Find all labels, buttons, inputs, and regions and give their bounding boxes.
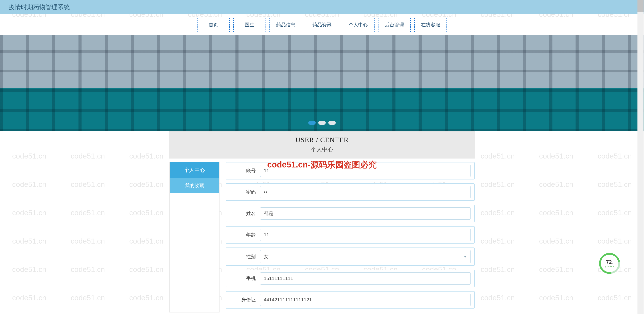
- form-row-2: 姓名: [226, 205, 474, 222]
- section-title-zh: 个人中心: [170, 146, 474, 153]
- form-label: 手机: [230, 275, 256, 282]
- form-row-4: 性别女▾: [226, 248, 474, 266]
- carousel-dot-0[interactable]: [308, 121, 316, 125]
- 姓名-input[interactable]: [260, 207, 471, 220]
- nav-item-0[interactable]: 首页: [197, 18, 230, 32]
- gender-select[interactable]: 女▾: [260, 250, 471, 263]
- nav-item-1[interactable]: 医生: [233, 18, 266, 32]
- form-label: 姓名: [230, 210, 256, 217]
- sidebar-item-1[interactable]: 我的收藏: [170, 178, 219, 193]
- 手机-input[interactable]: [260, 272, 471, 284]
- form-label: 年龄: [230, 232, 256, 238]
- section-head: USER / CENTER 个人中心: [170, 131, 474, 158]
- speed-percent: 72%: [605, 259, 614, 265]
- nav-item-3[interactable]: 药品资讯: [306, 18, 338, 32]
- carousel-dots: [308, 121, 336, 125]
- overlay-watermark-text: code51.cn-源码乐园盗图必究: [267, 159, 377, 170]
- section-title-en: USER / CENTER: [170, 136, 474, 144]
- 密码-input[interactable]: [260, 186, 471, 198]
- speed-rate: ↑ 448K/s: [605, 265, 614, 268]
- form-row-3: 年龄: [226, 226, 474, 244]
- nav-item-5[interactable]: 后台管理: [378, 18, 411, 32]
- 年龄-input[interactable]: [260, 229, 471, 241]
- form-label: 密码: [230, 189, 256, 196]
- form-row-5: 手机: [226, 270, 474, 287]
- carousel-dot-1[interactable]: [318, 121, 326, 125]
- nav-item-4[interactable]: 个人中心: [342, 18, 374, 32]
- form-row-6: 身份证: [226, 291, 474, 308]
- nav-item-2[interactable]: 药品信息: [270, 18, 302, 32]
- content: USER / CENTER 个人中心 个人中心我的收藏 账号密码姓名年龄性别女▾…: [170, 131, 474, 312]
- sidebar-item-0[interactable]: 个人中心: [170, 162, 219, 178]
- chevron-down-icon: ▾: [464, 254, 466, 259]
- carousel-dot-2[interactable]: [328, 121, 336, 125]
- nav: 首页医生药品信息药品资讯个人中心后台管理在线客服: [0, 14, 644, 35]
- hero-banner: [0, 35, 644, 131]
- sidebar: 个人中心我的收藏: [170, 162, 220, 312]
- form-area: 账号密码姓名年龄性别女▾手机身份证: [226, 162, 474, 312]
- form-row-1: 密码: [226, 184, 474, 201]
- speed-badge: 72% ↑ 448K/s: [595, 249, 624, 278]
- hero-bg-pattern: [0, 35, 644, 131]
- scrollbar-thumb[interactable]: [638, 0, 644, 12]
- nav-item-6[interactable]: 在线客服: [414, 18, 447, 32]
- form-label: 性别: [230, 254, 256, 260]
- header-bar: 疫情时期药物管理系统: [0, 0, 644, 14]
- form-label: 账号: [230, 168, 256, 174]
- 身份证-input[interactable]: [260, 294, 471, 306]
- app-title: 疫情时期药物管理系统: [9, 3, 70, 11]
- form-label: 身份证: [230, 296, 256, 303]
- scrollbar-vertical[interactable]: [638, 0, 644, 314]
